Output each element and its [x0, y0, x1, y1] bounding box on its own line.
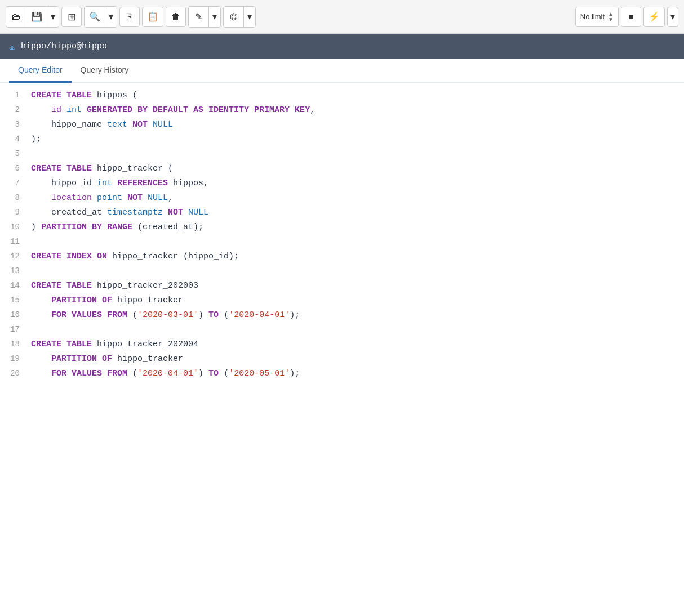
line-content-13 — [31, 265, 684, 278]
line-content-8: location point NOT NULL, — [31, 191, 684, 205]
line-content-12: CREATE INDEX ON hippo_tracker (hippo_id)… — [31, 250, 684, 264]
line-content-2: id int GENERATED BY DEFAULT AS IDENTITY … — [31, 104, 684, 117]
no-limit-label: No limit — [580, 12, 605, 21]
code-line-2: 2 id int GENERATED BY DEFAULT AS IDENTIT… — [0, 103, 684, 118]
code-line-9: 9 created_at timestamptz NOT NULL — [0, 206, 684, 220]
code-line-7: 7 hippo_id int REFERENCES hippos, — [0, 176, 684, 191]
file-group: 🗁 💾 ▾ — [6, 6, 59, 28]
line-content-6: CREATE TABLE hippo_tracker ( — [31, 162, 684, 176]
code-line-8: 8 location point NOT NULL, — [0, 191, 684, 206]
paste-button[interactable]: 📋 — [142, 7, 163, 27]
line-num-10: 10 — [0, 221, 31, 233]
connection-icon: ⟁ — [9, 41, 15, 52]
line-content-1: CREATE TABLE hippos ( — [31, 89, 684, 102]
search-dropdown-button[interactable]: ▾ — [105, 7, 117, 27]
code-line-6: 6 CREATE TABLE hippo_tracker ( — [0, 162, 684, 176]
code-line-17: 17 — [0, 323, 684, 337]
line-content-16: FOR VALUES FROM ('2020-03-01') TO ('2020… — [31, 309, 684, 322]
execute-button[interactable]: ⚡ — [643, 7, 665, 27]
line-num-19: 19 — [0, 352, 31, 365]
no-limit-select[interactable]: No limit ▲ ▼ — [575, 7, 619, 27]
line-num-8: 8 — [0, 191, 31, 204]
delete-button[interactable]: 🗑 — [166, 7, 186, 27]
no-limit-spinner[interactable]: ▲ ▼ — [608, 11, 614, 23]
code-line-20: 20 FOR VALUES FROM ('2020-04-01') TO ('2… — [0, 367, 684, 381]
filter-dropdown-button[interactable]: ▾ — [244, 7, 255, 27]
line-content-5 — [31, 148, 684, 161]
editor[interactable]: 1 CREATE TABLE hippos ( 2 id int GENERAT… — [0, 83, 684, 387]
code-line-3: 3 hippo_name text NOT NULL — [0, 118, 684, 132]
copy-button[interactable]: ⎘ — [119, 7, 140, 27]
line-num-15: 15 — [0, 294, 31, 306]
line-content-9: created_at timestamptz NOT NULL — [31, 206, 684, 220]
connection-bar: ⟁ hippo/hippo@hippo — [0, 34, 684, 59]
code-line-14: 14 CREATE TABLE hippo_tracker_202003 — [0, 279, 684, 293]
line-num-9: 9 — [0, 206, 31, 218]
tab-query-history[interactable]: Query History — [72, 59, 138, 83]
line-num-13: 13 — [0, 265, 31, 277]
line-content-10: ) PARTITION BY RANGE (created_at); — [31, 221, 684, 234]
tab-query-editor[interactable]: Query Editor — [9, 59, 72, 83]
edit-button[interactable]: ✎ — [189, 7, 209, 27]
filter-button[interactable]: ⏣ — [224, 7, 244, 27]
line-num-3: 3 — [0, 118, 31, 131]
search-group: 🔍 ▾ — [84, 6, 117, 28]
line-content-4: ); — [31, 133, 684, 146]
line-content-18: CREATE TABLE hippo_tracker_202004 — [31, 338, 684, 351]
line-num-4: 4 — [0, 133, 31, 145]
line-content-7: hippo_id int REFERENCES hippos, — [31, 177, 684, 190]
line-num-20: 20 — [0, 367, 31, 380]
save-dropdown-button[interactable]: ▾ — [47, 7, 59, 27]
line-content-19: PARTITION OF hippo_tracker — [31, 352, 684, 366]
edit-dropdown-button[interactable]: ▾ — [209, 7, 220, 27]
line-content-14: CREATE TABLE hippo_tracker_202003 — [31, 279, 684, 293]
code-line-11: 11 — [0, 235, 684, 249]
code-line-18: 18 CREATE TABLE hippo_tracker_202004 — [0, 337, 684, 352]
stop-button[interactable]: ■ — [621, 7, 641, 27]
line-num-18: 18 — [0, 338, 31, 350]
line-content-15: PARTITION OF hippo_tracker — [31, 294, 684, 307]
more-button[interactable]: ▾ — [667, 7, 678, 27]
line-num-12: 12 — [0, 250, 31, 262]
line-num-5: 5 — [0, 148, 31, 160]
connection-name: hippo/hippo@hippo — [21, 42, 107, 51]
line-num-14: 14 — [0, 279, 31, 292]
filter-group: ⏣ ▾ — [223, 6, 256, 28]
line-content-17 — [31, 323, 684, 337]
tabs-bar: Query Editor Query History — [0, 59, 684, 83]
toolbar: 🗁 💾 ▾ ⊞ 🔍 ▾ ⎘ 📋 🗑 ✎ ▾ ⏣ ▾ No limit ▲ ▼ ■… — [0, 0, 684, 34]
line-num-7: 7 — [0, 177, 31, 189]
code-line-13: 13 — [0, 264, 684, 279]
line-num-6: 6 — [0, 162, 31, 175]
search-button[interactable]: 🔍 — [85, 7, 105, 27]
code-line-19: 19 PARTITION OF hippo_tracker — [0, 352, 684, 367]
line-content-3: hippo_name text NOT NULL — [31, 118, 684, 132]
code-line-15: 15 PARTITION OF hippo_tracker — [0, 293, 684, 308]
line-content-20: FOR VALUES FROM ('2020-04-01') TO ('2020… — [31, 367, 684, 381]
open-button[interactable]: 🗁 — [6, 7, 26, 27]
line-num-11: 11 — [0, 235, 31, 248]
code-line-1: 1 CREATE TABLE hippos ( — [0, 88, 684, 103]
code-line-10: 10 ) PARTITION BY RANGE (created_at); — [0, 220, 684, 235]
line-num-16: 16 — [0, 309, 31, 321]
code-line-16: 16 FOR VALUES FROM ('2020-03-01') TO ('2… — [0, 308, 684, 323]
code-line-4: 4 ); — [0, 132, 684, 147]
line-num-1: 1 — [0, 89, 31, 101]
edit-group: ✎ ▾ — [188, 6, 221, 28]
table-view-button[interactable]: ⊞ — [61, 7, 82, 27]
save-button[interactable]: 💾 — [26, 7, 47, 27]
line-content-11 — [31, 235, 684, 249]
code-line-12: 12 CREATE INDEX ON hippo_tracker (hippo_… — [0, 249, 684, 264]
code-line-5: 5 — [0, 147, 684, 162]
line-num-17: 17 — [0, 323, 31, 336]
line-num-2: 2 — [0, 104, 31, 116]
